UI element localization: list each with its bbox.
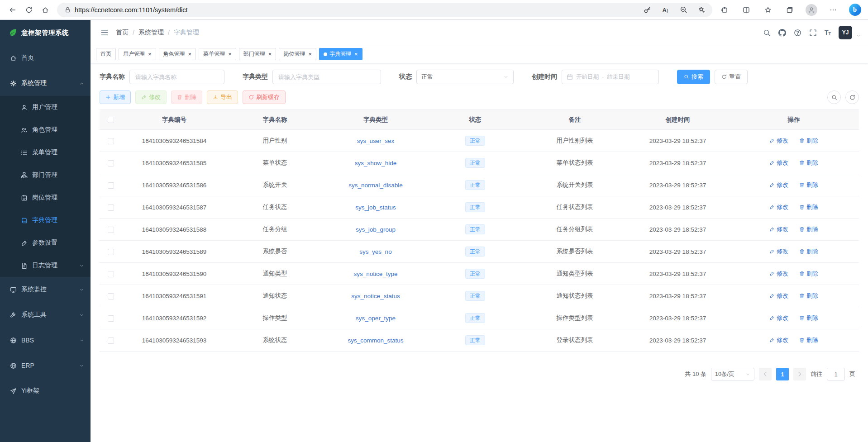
tab-dict-management[interactable]: 字典管理× bbox=[319, 48, 362, 60]
row-checkbox[interactable] bbox=[108, 160, 114, 166]
sidebar-item-system-tools[interactable]: 系统工具 bbox=[0, 302, 91, 328]
url-text[interactable]: https://ccnetcore.com:1101/system/dict bbox=[75, 6, 641, 14]
row-checkbox[interactable] bbox=[108, 315, 114, 322]
row-delete-button[interactable]: 删除 bbox=[799, 292, 818, 300]
row-checkbox[interactable] bbox=[108, 271, 114, 277]
bing-chat-button[interactable]: b bbox=[846, 2, 863, 18]
reset-button[interactable]: 重置 bbox=[715, 70, 748, 84]
row-delete-button[interactable]: 删除 bbox=[799, 159, 818, 167]
row-edit-button[interactable]: 修改 bbox=[769, 159, 788, 167]
dict-type-link[interactable]: sys_show_hide bbox=[355, 160, 396, 166]
sidebar-item-system-management[interactable]: 系统管理 bbox=[0, 71, 91, 96]
next-page-button[interactable] bbox=[793, 368, 806, 380]
row-edit-button[interactable]: 修改 bbox=[769, 270, 788, 278]
tab-close-icon[interactable]: × bbox=[188, 51, 192, 57]
row-edit-button[interactable]: 修改 bbox=[769, 181, 788, 189]
search-button[interactable]: 搜索 bbox=[677, 70, 710, 84]
date-start-placeholder[interactable]: 开始日期 bbox=[576, 73, 599, 81]
date-range-picker[interactable]: 开始日期 - 结束日期 bbox=[562, 70, 659, 84]
row-checkbox[interactable] bbox=[108, 227, 114, 233]
split-screen-button[interactable] bbox=[738, 2, 755, 18]
goto-page-input[interactable] bbox=[827, 368, 845, 380]
row-delete-button[interactable]: 删除 bbox=[799, 203, 818, 211]
row-checkbox[interactable] bbox=[108, 204, 114, 211]
page-size-select[interactable]: 10条/页 bbox=[711, 368, 754, 380]
dict-type-link[interactable]: sys_oper_type bbox=[356, 315, 396, 322]
refresh-table-button[interactable] bbox=[845, 90, 859, 104]
tab-menu-management[interactable]: 菜单管理× bbox=[199, 48, 236, 60]
favorites-button[interactable] bbox=[759, 2, 777, 18]
dict-type-link[interactable]: sys_job_status bbox=[355, 204, 396, 211]
row-delete-button[interactable]: 删除 bbox=[799, 247, 818, 256]
row-edit-button[interactable]: 修改 bbox=[769, 247, 788, 256]
help-button[interactable] bbox=[794, 29, 801, 37]
row-edit-button[interactable]: 修改 bbox=[769, 314, 788, 322]
refresh-cache-button[interactable]: 刷新缓存 bbox=[243, 90, 286, 104]
avatar-caret-icon[interactable] bbox=[856, 33, 861, 38]
breadcrumb-item[interactable]: 系统管理 bbox=[138, 29, 164, 37]
sidebar-item-menu-management[interactable]: 菜单管理 bbox=[0, 141, 91, 164]
row-edit-button[interactable]: 修改 bbox=[769, 203, 788, 211]
browser-profile-button[interactable] bbox=[803, 2, 820, 18]
dict-type-link[interactable]: sys_normal_disable bbox=[348, 182, 402, 189]
sidebar-item-role-management[interactable]: 角色管理 bbox=[0, 119, 91, 141]
collections-button[interactable] bbox=[781, 2, 798, 18]
sidebar-item-erp[interactable]: ERP bbox=[0, 353, 91, 378]
add-favorite-button[interactable] bbox=[695, 4, 708, 16]
browser-home-button[interactable] bbox=[37, 2, 53, 18]
sidebar-item-param-settings[interactable]: 参数设置 bbox=[0, 232, 91, 254]
tab-close-icon[interactable]: × bbox=[354, 51, 358, 57]
row-checkbox[interactable] bbox=[108, 249, 114, 255]
tab-post-management[interactable]: 岗位管理× bbox=[279, 48, 316, 60]
user-avatar[interactable]: YJ bbox=[839, 26, 852, 39]
row-checkbox[interactable] bbox=[108, 138, 114, 144]
dict-type-link[interactable]: sys_notice_status bbox=[351, 293, 400, 299]
tab-close-icon[interactable]: × bbox=[228, 51, 232, 57]
browser-refresh-button[interactable] bbox=[21, 2, 37, 18]
row-checkbox[interactable] bbox=[108, 182, 114, 189]
export-button[interactable]: 导出 bbox=[207, 90, 238, 104]
sidebar-item-log-management[interactable]: 日志管理 bbox=[0, 254, 91, 277]
sidebar-item-bbs[interactable]: BBS bbox=[0, 328, 91, 353]
current-page-button[interactable]: 1 bbox=[776, 368, 789, 380]
select-all-checkbox[interactable] bbox=[108, 117, 114, 123]
browser-menu-button[interactable] bbox=[825, 2, 842, 18]
prev-page-button[interactable] bbox=[759, 368, 772, 380]
row-checkbox[interactable] bbox=[108, 293, 114, 299]
sidebar-item-dept-management[interactable]: 部门管理 bbox=[0, 164, 91, 186]
row-delete-button[interactable]: 删除 bbox=[799, 270, 818, 278]
row-edit-button[interactable]: 修改 bbox=[769, 137, 788, 145]
dict-type-link[interactable]: sys_common_status bbox=[348, 337, 403, 344]
dict-type-link[interactable]: sys_notice_type bbox=[354, 271, 398, 277]
date-end-placeholder[interactable]: 结束日期 bbox=[607, 73, 630, 81]
row-edit-button[interactable]: 修改 bbox=[769, 225, 788, 233]
sidebar-item-dict-management[interactable]: 字典管理 bbox=[0, 209, 91, 232]
sidebar-item-yi-framework[interactable]: Yi框架 bbox=[0, 378, 91, 404]
tab-role-management[interactable]: 角色管理× bbox=[159, 48, 196, 60]
add-button[interactable]: 新增 bbox=[100, 90, 131, 104]
address-bar[interactable]: https://ccnetcore.com:1101/system/dict A… bbox=[57, 3, 712, 17]
dict-type-link[interactable]: sys_job_group bbox=[356, 226, 396, 233]
row-checkbox[interactable] bbox=[108, 337, 114, 344]
passwords-button[interactable] bbox=[641, 4, 653, 16]
tab-dept-management[interactable]: 部门管理× bbox=[239, 48, 277, 60]
tab-home[interactable]: 首页 bbox=[96, 48, 116, 60]
toggle-search-button[interactable] bbox=[827, 90, 841, 104]
tab-close-icon[interactable]: × bbox=[308, 51, 312, 57]
row-edit-button[interactable]: 修改 bbox=[769, 292, 788, 300]
dict-name-input[interactable] bbox=[129, 70, 224, 84]
sidebar-toggle-button[interactable] bbox=[98, 26, 111, 39]
delete-button[interactable]: 删除 bbox=[171, 90, 202, 104]
row-edit-button[interactable]: 修改 bbox=[769, 336, 788, 344]
row-delete-button[interactable]: 删除 bbox=[799, 336, 818, 344]
row-delete-button[interactable]: 删除 bbox=[799, 314, 818, 322]
breadcrumb-item[interactable]: 首页 bbox=[116, 29, 129, 37]
edit-button[interactable]: 修改 bbox=[135, 90, 167, 104]
dict-type-link[interactable]: sys_yes_no bbox=[359, 248, 391, 255]
read-aloud-button[interactable]: A) bbox=[659, 4, 672, 16]
app-logo[interactable]: 意框架管理系统 bbox=[0, 20, 91, 45]
fullscreen-button[interactable] bbox=[809, 29, 817, 37]
sidebar-item-user-management[interactable]: 用户管理 bbox=[0, 96, 91, 119]
tab-user-management[interactable]: 用户管理× bbox=[119, 48, 156, 60]
dict-type-input[interactable] bbox=[272, 70, 381, 84]
